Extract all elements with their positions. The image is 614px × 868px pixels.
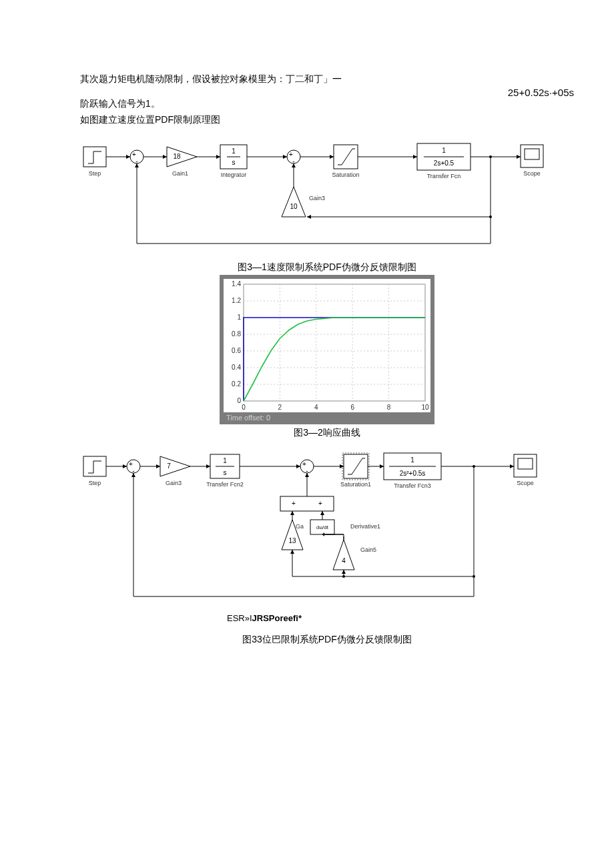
svg-text:1: 1 [410,456,414,464]
svg-text:Step: Step [89,170,101,177]
svg-text:Scope: Scope [517,480,534,486]
svg-marker-133 [333,540,354,570]
svg-text:10: 10 [290,203,298,210]
svg-marker-102 [340,464,344,468]
formula-text: 25+0.52s·+05s [508,87,574,98]
svg-text:1.2: 1.2 [232,297,241,304]
svg-text:Gain3: Gain3 [309,195,325,201]
svg-text:0: 0 [242,404,246,411]
svg-text:Derivative1: Derivative1 [350,523,380,530]
svg-rect-77 [83,456,106,476]
svg-text:+: + [292,500,296,507]
response-plot: 0246810 00.20.40.60.811.21.4 Time offset… [220,275,434,424]
svg-rect-38 [525,149,539,159]
svg-text:Gain3: Gain3 [166,480,182,486]
svg-marker-36 [517,155,521,159]
svg-text:0.6: 0.6 [232,347,241,354]
svg-marker-97 [296,464,300,468]
svg-text:Transfer Fcn3: Transfer Fcn3 [394,482,431,489]
svg-marker-9 [167,147,197,167]
svg-text:Scope: Scope [523,170,541,177]
svg-rect-0 [83,147,106,167]
svg-marker-25 [330,155,334,159]
svg-rect-103 [344,454,368,478]
svg-text:1: 1 [223,457,227,464]
svg-text:Gain1: Gain1 [172,170,188,177]
figure-3-3-caption: 图33位巴限制系统PDF伪微分反馈限制图 [80,634,574,646]
svg-text:Integrator: Integrator [221,171,247,178]
svg-rect-116 [518,458,533,469]
svg-text:+: + [318,500,322,507]
svg-text:0.4: 0.4 [232,364,241,371]
svg-text:s: s [224,469,227,476]
svg-text:Ga: Ga [296,523,304,530]
svg-text:6: 6 [350,404,354,411]
paragraph-1: 其次题力矩电机随动限制，假设被控对象模里为：丁二和丁」一 [80,73,342,85]
svg-marker-86 [160,456,190,476]
svg-rect-121 [280,496,334,511]
svg-marker-20 [283,155,287,159]
svg-text:Saturation: Saturation [332,171,359,178]
paragraph-3: 如图建立速度位置PDF限制原理图 [80,114,574,126]
svg-text:du/dt: du/dt [316,524,329,530]
svg-marker-3 [126,155,130,159]
paragraph-2: 阶跃输入信号为1。 [80,98,574,110]
svg-rect-48 [244,284,425,401]
svg-text:4: 4 [342,557,346,564]
svg-marker-85 [156,464,160,468]
svg-rect-26 [334,145,358,169]
svg-text:2s+0.5: 2s+0.5 [434,159,454,167]
svg-marker-29 [413,155,417,159]
svg-text:13: 13 [288,537,296,544]
svg-point-46 [489,215,492,218]
svg-text:2: 2 [278,404,282,411]
svg-text:Transfer Fcn: Transfer Fcn [427,173,461,179]
svg-text:1: 1 [232,147,236,155]
svg-text:0: 0 [237,397,241,404]
svg-text:8: 8 [387,404,391,411]
svg-marker-41 [282,187,306,217]
svg-text:Step: Step [89,480,101,486]
svg-marker-139 [342,570,346,574]
svg-marker-107 [380,464,384,468]
svg-text:7: 7 [167,462,171,470]
svg-text:Gain5: Gain5 [360,546,376,553]
simulink-diagram-2: Step + - 7 Gain3 1 s Transfer Fcn2 [80,443,574,612]
svg-text:2s²+0.5s: 2s²+0.5s [400,470,426,477]
figure-3-1-caption: 图3—1速度限制系统PDF伪微分反馈限制图 [80,262,574,274]
svg-text:0.2: 0.2 [232,380,241,388]
svg-marker-44 [307,215,311,219]
svg-marker-8 [163,155,167,159]
svg-marker-129 [320,511,324,515]
svg-text:1: 1 [442,147,446,154]
svg-text:4: 4 [314,404,318,411]
svg-text:0.8: 0.8 [232,330,241,338]
svg-marker-114 [510,464,514,468]
figure-3-2-caption: 图3—2响应曲线 [80,427,574,439]
time-offset-label: Time offset: 0 [224,412,430,423]
svg-text:Saturation1: Saturation1 [340,481,371,488]
svg-marker-132 [290,511,294,515]
esr-text: ESR»IJRSPoreefi* [227,613,302,623]
svg-text:Transfer Fcn2: Transfer Fcn2 [206,481,244,488]
simulink-diagram-1: Step + - 18 Gain1 1 s Integrator [80,130,574,259]
svg-marker-90 [206,464,210,468]
svg-marker-80 [123,464,127,468]
svg-text:1.4: 1.4 [232,280,241,288]
svg-text:10: 10 [421,404,429,411]
svg-text:s: s [232,159,236,166]
svg-text:18: 18 [173,153,181,160]
svg-text:1: 1 [237,314,241,321]
svg-marker-137 [290,550,294,554]
svg-marker-13 [216,155,220,159]
